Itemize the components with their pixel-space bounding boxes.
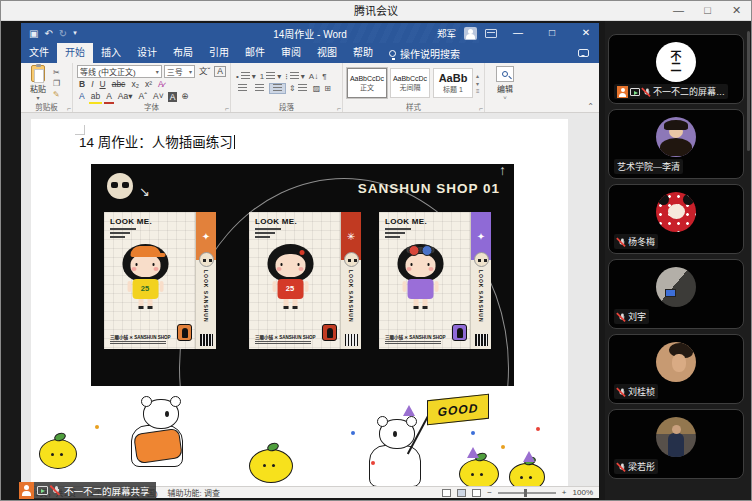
muted-mic-icon [642, 87, 650, 96]
tab-file[interactable]: 文件 [21, 43, 57, 63]
editing-group: 编辑 ˅ [485, 63, 525, 112]
zoom-in-button[interactable]: + [562, 488, 567, 497]
minimize-button[interactable]: — [664, 1, 693, 21]
presenter-icon [19, 482, 34, 499]
tab-references[interactable]: 引用 [201, 43, 237, 63]
word-minimize-button[interactable]: — [505, 23, 531, 43]
sidebar-scrollbar[interactable] [747, 31, 750, 151]
participant-name-chip: 不一不二的屏幕… [614, 84, 728, 99]
avatar [656, 267, 696, 307]
tab-home[interactable]: 开始 [57, 43, 93, 63]
align-left-icon[interactable] [235, 84, 250, 93]
zoom-slider[interactable] [498, 492, 556, 494]
tab-review[interactable]: 审阅 [273, 43, 309, 63]
italic-icon[interactable]: I [89, 79, 95, 90]
clipboard-dialog-launcher[interactable]: ⌐ [67, 105, 71, 112]
save-icon[interactable]: ▣ [29, 28, 38, 39]
underline-icon[interactable]: U [98, 79, 108, 90]
tab-view[interactable]: 视图 [309, 43, 345, 63]
tell-me-search[interactable]: 操作说明搜索 [381, 43, 468, 63]
copy-icon[interactable]: ❐ [53, 79, 60, 88]
print-layout-icon[interactable] [457, 489, 466, 497]
participant-tile[interactable]: 刘宇 [608, 259, 744, 329]
cut-icon[interactable]: ✂ [53, 68, 60, 77]
show-marks-icon[interactable]: ¶ [321, 72, 327, 81]
multilevel-list-icon[interactable]: ⁝▾ [284, 72, 306, 81]
tab-help[interactable]: 帮助 [345, 43, 381, 63]
find-button[interactable] [496, 66, 514, 82]
subscript-icon[interactable]: x₂ [129, 79, 141, 90]
lemon-character [249, 449, 293, 483]
user-avatar-icon[interactable] [464, 27, 477, 40]
read-mode-icon[interactable] [442, 489, 451, 497]
numbering-icon[interactable]: 1▾ [259, 72, 282, 81]
style-normal[interactable]: AaBbCcDc 正文 [347, 68, 387, 98]
redo-icon[interactable]: ↻ [59, 28, 67, 39]
tab-layout[interactable]: 布局 [165, 43, 201, 63]
text-cursor [234, 135, 235, 149]
undo-icon[interactable]: ↶ [44, 28, 52, 39]
purple-badge [452, 324, 467, 341]
ribbon-tab-bar: 文件 开始 插入 设计 布局 引用 邮件 审阅 视图 帮助 操作说明搜索 [21, 43, 599, 63]
ribbon-display-options-icon[interactable] [485, 29, 497, 38]
character-border-icon[interactable]: A [214, 66, 226, 77]
girl-character-yellow: 25 [117, 244, 173, 309]
word-close-button[interactable]: ✕ [573, 23, 599, 43]
accessibility-status[interactable]: 辅助功能: 调查 [168, 487, 220, 498]
shading-icon[interactable]: ▨ [312, 84, 322, 93]
customize-qat-icon[interactable]: ▾ [73, 29, 77, 37]
lemon-character [39, 439, 77, 469]
bullets-icon[interactable]: •▾ [235, 72, 257, 81]
collapse-ribbon-icon[interactable]: ⌃ [587, 102, 594, 111]
paragraph-dialog-launcher[interactable]: ⌐ [337, 105, 341, 112]
style-no-spacing[interactable]: AaBbCcDc 无间隔 [390, 68, 430, 98]
character-shading-icon[interactable]: A [168, 92, 178, 102]
font-size-combo[interactable]: 三号▾ [164, 65, 195, 78]
participant-tile[interactable]: 梁若彤 [608, 409, 744, 479]
comments-icon[interactable] [578, 49, 589, 57]
bold-icon[interactable]: B [77, 79, 87, 90]
clear-format-icon[interactable]: A̷ [156, 79, 166, 90]
styles-dialog-launcher[interactable]: ⌐ [479, 105, 483, 112]
poster-image[interactable]: ↘ SANSHUN SHOP 01 ↑ LOOK ME. 25 [91, 164, 514, 386]
participants-sidebar: 不二 不一不二的屏幕… 艺术学院—李清 杨冬梅 [605, 21, 751, 501]
tab-design[interactable]: 设计 [129, 43, 165, 63]
web-layout-icon[interactable] [472, 489, 481, 497]
font-dialog-launcher[interactable]: ⌐ [225, 105, 229, 112]
document-heading: 14 周作业：人物插画练习 [79, 131, 235, 151]
strikethrough-icon[interactable]: abc [110, 79, 128, 90]
phonetic-guide-icon[interactable]: 文ˇ [197, 66, 212, 77]
font-name-combo[interactable]: 等线 (中文正文)▾ [77, 65, 162, 78]
muted-mic-icon [617, 462, 625, 471]
borders-icon[interactable]: ⊞ [323, 84, 332, 93]
format-painter-icon[interactable]: ✎ [53, 90, 60, 99]
arrow-downright-icon: ↘ [139, 184, 150, 199]
align-justify-icon[interactable] [269, 83, 286, 94]
tab-insert[interactable]: 插入 [93, 43, 129, 63]
line-spacing-icon[interactable]: ⇕ [288, 84, 310, 93]
participant-tile[interactable]: 艺术学院—李清 [608, 109, 744, 179]
avatar [656, 192, 696, 232]
paste-button[interactable]: 粘贴 ▾ [25, 65, 51, 101]
zoom-out-button[interactable]: − [487, 488, 492, 497]
maximize-button[interactable]: □ [693, 1, 722, 21]
poster-card-1: LOOK ME. 25 三顺小铺 ✕ SANSHUN SHOP [104, 212, 216, 349]
bear-character [143, 399, 179, 429]
muted-mic-icon [617, 237, 625, 246]
screen-share-banner: 不一不二的屏幕共享 [19, 482, 156, 499]
style-heading1[interactable]: AaBb 标题 1 [433, 68, 473, 98]
sort-icon[interactable]: A↓ [308, 72, 319, 81]
participant-tile[interactable]: 杨冬梅 [608, 184, 744, 254]
superscript-icon[interactable]: x² [143, 79, 154, 90]
card-side-strip: ✳ LOOK SANSHUN [340, 212, 361, 349]
participant-tile[interactable]: 刘桂桢 [608, 334, 744, 404]
tab-mailings[interactable]: 邮件 [237, 43, 273, 63]
word-restore-button[interactable]: □ [539, 23, 565, 43]
zoom-level[interactable]: 100% [573, 488, 593, 497]
participant-tile[interactable]: 不二 不一不二的屏幕… [608, 34, 744, 104]
share-banner-label: 不一不二的屏幕共享 [64, 484, 150, 498]
align-center-icon[interactable] [252, 84, 267, 93]
styles-gallery-scroll[interactable]: ▴▾≡ [476, 72, 480, 94]
document-page[interactable]: 14 周作业：人物插画练习 ↘ SANSHUN SHOP 01 ↑ LOOK M… [31, 119, 568, 486]
close-button[interactable]: ✕ [722, 1, 751, 21]
